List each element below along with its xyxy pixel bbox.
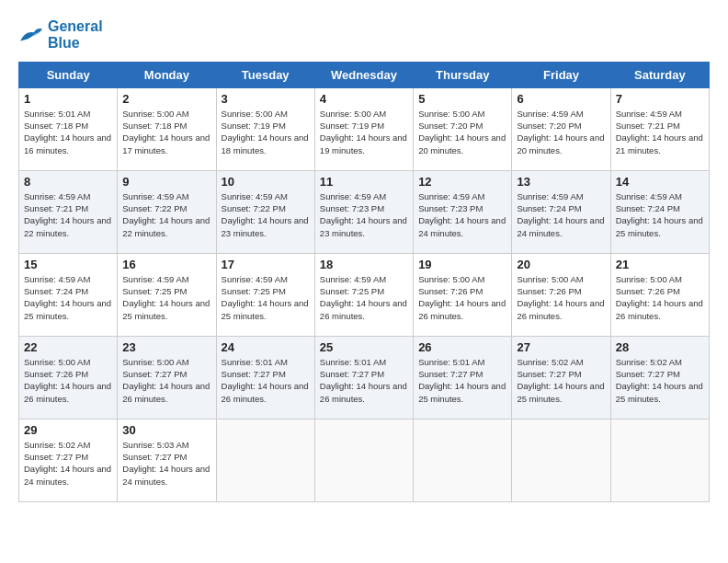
day-number: 29 (24, 423, 112, 437)
calendar-cell: 13 Sunrise: 4:59 AM Sunset: 7:24 PM Dayl… (512, 170, 610, 253)
calendar-cell (314, 419, 413, 501)
day-info: Sunrise: 4:59 AM Sunset: 7:24 PM Dayligh… (517, 190, 605, 239)
day-number: 3 (222, 92, 310, 106)
calendar-cell: 6 Sunrise: 4:59 AM Sunset: 7:20 PM Dayli… (512, 87, 610, 170)
day-number: 1 (24, 92, 112, 106)
day-number: 2 (122, 92, 210, 106)
day-info: Sunrise: 5:03 AM Sunset: 7:27 PM Dayligh… (122, 439, 210, 488)
day-info: Sunrise: 5:00 AM Sunset: 7:26 PM Dayligh… (616, 273, 704, 322)
calendar-cell: 24 Sunrise: 5:01 AM Sunset: 7:27 PM Dayl… (216, 336, 314, 419)
day-info: Sunrise: 5:02 AM Sunset: 7:27 PM Dayligh… (616, 356, 704, 405)
day-info: Sunrise: 5:01 AM Sunset: 7:27 PM Dayligh… (222, 356, 310, 405)
calendar-cell: 27 Sunrise: 5:02 AM Sunset: 7:27 PM Dayl… (512, 336, 610, 419)
calendar-cell: 8 Sunrise: 4:59 AM Sunset: 7:21 PM Dayli… (19, 170, 118, 253)
column-header-thursday: Thursday (414, 62, 512, 87)
calendar-cell: 4 Sunrise: 5:00 AM Sunset: 7:19 PM Dayli… (314, 87, 413, 170)
calendar-cell: 30 Sunrise: 5:03 AM Sunset: 7:27 PM Dayl… (118, 419, 216, 501)
day-number: 6 (517, 92, 605, 106)
calendar-week-5: 29 Sunrise: 5:02 AM Sunset: 7:27 PM Dayl… (19, 419, 710, 501)
logo-icon (18, 24, 44, 46)
day-info: Sunrise: 5:02 AM Sunset: 7:27 PM Dayligh… (24, 439, 112, 488)
calendar-cell: 15 Sunrise: 4:59 AM Sunset: 7:24 PM Dayl… (19, 253, 118, 336)
day-number: 15 (24, 258, 112, 271)
day-info: Sunrise: 5:00 AM Sunset: 7:26 PM Dayligh… (517, 273, 605, 322)
calendar-cell (610, 419, 709, 501)
logo-line2: Blue (48, 35, 103, 52)
calendar-cell: 2 Sunrise: 5:00 AM Sunset: 7:18 PM Dayli… (118, 87, 216, 170)
column-header-tuesday: Tuesday (216, 62, 314, 87)
column-header-wednesday: Wednesday (314, 62, 413, 87)
day-number: 7 (616, 92, 704, 106)
day-info: Sunrise: 5:02 AM Sunset: 7:27 PM Dayligh… (517, 356, 605, 405)
calendar-week-4: 22 Sunrise: 5:00 AM Sunset: 7:26 PM Dayl… (19, 336, 710, 419)
page-header: General Blue (18, 18, 710, 52)
day-info: Sunrise: 5:00 AM Sunset: 7:26 PM Dayligh… (418, 273, 506, 322)
day-number: 27 (517, 340, 605, 354)
calendar-cell: 28 Sunrise: 5:02 AM Sunset: 7:27 PM Dayl… (610, 336, 709, 419)
day-number: 30 (122, 423, 210, 437)
column-header-friday: Friday (512, 62, 610, 87)
calendar-cell: 14 Sunrise: 4:59 AM Sunset: 7:24 PM Dayl… (610, 170, 709, 253)
day-number: 11 (320, 175, 408, 189)
day-info: Sunrise: 5:00 AM Sunset: 7:18 PM Dayligh… (122, 108, 210, 156)
calendar-cell: 20 Sunrise: 5:00 AM Sunset: 7:26 PM Dayl… (512, 253, 610, 336)
calendar-week-3: 15 Sunrise: 4:59 AM Sunset: 7:24 PM Dayl… (19, 253, 710, 336)
calendar-cell: 3 Sunrise: 5:00 AM Sunset: 7:19 PM Dayli… (216, 87, 314, 170)
day-info: Sunrise: 4:59 AM Sunset: 7:22 PM Dayligh… (222, 190, 310, 239)
day-number: 17 (222, 258, 310, 271)
day-info: Sunrise: 5:01 AM Sunset: 7:18 PM Dayligh… (24, 108, 112, 156)
day-info: Sunrise: 4:59 AM Sunset: 7:21 PM Dayligh… (24, 190, 112, 239)
calendar-cell (414, 419, 512, 501)
day-number: 25 (320, 340, 408, 354)
calendar-cell: 26 Sunrise: 5:01 AM Sunset: 7:27 PM Dayl… (414, 336, 512, 419)
day-info: Sunrise: 4:59 AM Sunset: 7:24 PM Dayligh… (616, 190, 704, 239)
logo: General Blue (18, 18, 103, 52)
day-info: Sunrise: 5:00 AM Sunset: 7:27 PM Dayligh… (122, 356, 210, 405)
calendar-cell: 22 Sunrise: 5:00 AM Sunset: 7:26 PM Dayl… (19, 336, 118, 419)
day-number: 9 (122, 175, 210, 189)
day-number: 23 (122, 340, 210, 354)
calendar-cell: 21 Sunrise: 5:00 AM Sunset: 7:26 PM Dayl… (610, 253, 709, 336)
calendar-cell: 29 Sunrise: 5:02 AM Sunset: 7:27 PM Dayl… (19, 419, 118, 501)
day-number: 28 (616, 340, 704, 354)
day-info: Sunrise: 5:00 AM Sunset: 7:19 PM Dayligh… (222, 108, 310, 156)
calendar-week-2: 8 Sunrise: 4:59 AM Sunset: 7:21 PM Dayli… (19, 170, 710, 253)
calendar-cell: 9 Sunrise: 4:59 AM Sunset: 7:22 PM Dayli… (118, 170, 216, 253)
calendar-cell: 12 Sunrise: 4:59 AM Sunset: 7:23 PM Dayl… (414, 170, 512, 253)
calendar-cell: 1 Sunrise: 5:01 AM Sunset: 7:18 PM Dayli… (19, 87, 118, 170)
day-number: 8 (24, 175, 112, 189)
day-number: 24 (222, 340, 310, 354)
day-info: Sunrise: 4:59 AM Sunset: 7:23 PM Dayligh… (320, 190, 408, 239)
day-number: 22 (24, 340, 112, 354)
day-number: 12 (418, 175, 506, 189)
day-info: Sunrise: 5:00 AM Sunset: 7:20 PM Dayligh… (418, 108, 506, 156)
calendar-cell: 17 Sunrise: 4:59 AM Sunset: 7:25 PM Dayl… (216, 253, 314, 336)
day-number: 16 (122, 258, 210, 271)
day-number: 19 (418, 258, 506, 271)
day-number: 20 (517, 258, 605, 271)
day-info: Sunrise: 5:01 AM Sunset: 7:27 PM Dayligh… (418, 356, 506, 405)
column-header-saturday: Saturday (610, 62, 709, 87)
calendar-table: SundayMondayTuesdayWednesdayThursdayFrid… (18, 62, 710, 502)
day-number: 13 (517, 175, 605, 189)
calendar-header-row: SundayMondayTuesdayWednesdayThursdayFrid… (19, 62, 710, 87)
day-info: Sunrise: 4:59 AM Sunset: 7:22 PM Dayligh… (122, 190, 210, 239)
calendar-cell: 5 Sunrise: 5:00 AM Sunset: 7:20 PM Dayli… (414, 87, 512, 170)
calendar-cell (512, 419, 610, 501)
calendar-cell: 16 Sunrise: 4:59 AM Sunset: 7:25 PM Dayl… (118, 253, 216, 336)
day-info: Sunrise: 5:01 AM Sunset: 7:27 PM Dayligh… (320, 356, 408, 405)
day-info: Sunrise: 4:59 AM Sunset: 7:24 PM Dayligh… (24, 273, 112, 322)
day-number: 21 (616, 258, 704, 271)
calendar-cell: 18 Sunrise: 4:59 AM Sunset: 7:25 PM Dayl… (314, 253, 413, 336)
calendar-cell: 19 Sunrise: 5:00 AM Sunset: 7:26 PM Dayl… (414, 253, 512, 336)
day-info: Sunrise: 4:59 AM Sunset: 7:20 PM Dayligh… (517, 108, 605, 156)
logo-line1: General (48, 18, 103, 35)
day-info: Sunrise: 4:59 AM Sunset: 7:25 PM Dayligh… (222, 273, 310, 322)
day-info: Sunrise: 4:59 AM Sunset: 7:25 PM Dayligh… (122, 273, 210, 322)
calendar-cell: 25 Sunrise: 5:01 AM Sunset: 7:27 PM Dayl… (314, 336, 413, 419)
calendar-week-1: 1 Sunrise: 5:01 AM Sunset: 7:18 PM Dayli… (19, 87, 710, 170)
day-info: Sunrise: 4:59 AM Sunset: 7:21 PM Dayligh… (616, 108, 704, 156)
day-number: 14 (616, 175, 704, 189)
calendar-cell: 23 Sunrise: 5:00 AM Sunset: 7:27 PM Dayl… (118, 336, 216, 419)
day-number: 18 (320, 258, 408, 271)
